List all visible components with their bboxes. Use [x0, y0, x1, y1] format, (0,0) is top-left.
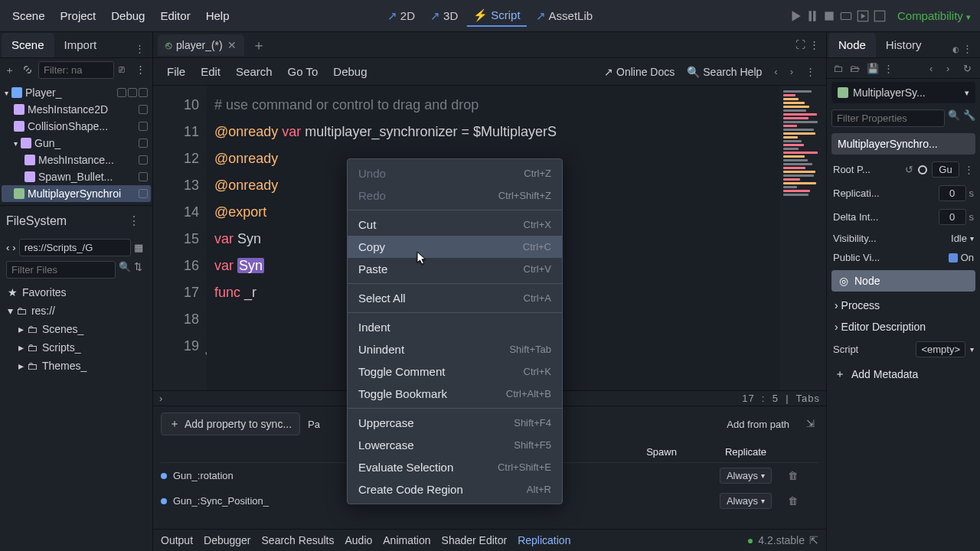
ctx-lowercase[interactable]: LowercaseShift+F5: [348, 434, 562, 456]
more-icon[interactable]: ⋮: [884, 63, 894, 73]
bottom-tab-output[interactable]: Output: [161, 534, 193, 546]
property-root-path[interactable]: Root P... ↺ Gu ⋮: [827, 158, 980, 181]
ctx-cut[interactable]: CutCtrl+X: [348, 214, 562, 236]
filter-extra-icon[interactable]: ⎚: [119, 64, 131, 76]
search-help-button[interactable]: 🔍Search Help: [682, 63, 766, 81]
inspector-section[interactable]: › Process: [827, 295, 980, 316]
fs-item[interactable]: ▸ 🗀Themes_: [5, 357, 148, 375]
sort-icon[interactable]: ⇅: [134, 261, 146, 273]
ctx-uppercase[interactable]: UppercaseShift+F4: [348, 412, 562, 434]
replicate-select[interactable]: Always ▾: [720, 468, 772, 484]
bottom-tab-search-results[interactable]: Search Results: [262, 534, 335, 546]
ctx-create-code-region[interactable]: Create Code RegionAlt+R: [348, 478, 562, 500]
menu-scene[interactable]: Scene: [5, 5, 53, 27]
node-buttons[interactable]: [139, 105, 148, 114]
node-buttons[interactable]: [139, 139, 148, 148]
scene-filter-input[interactable]: [38, 61, 114, 79]
node-buttons[interactable]: [117, 88, 148, 97]
add-node-icon[interactable]: ＋: [5, 64, 17, 76]
history-back-icon[interactable]: ‹: [769, 66, 782, 77]
script-list-icon[interactable]: ⋮: [801, 66, 820, 77]
tree-node[interactable]: CollisionShape...: [2, 118, 151, 135]
bottom-tab-shader-editor[interactable]: Shader Editor: [442, 534, 508, 546]
property-script[interactable]: Script <empty> ▾: [827, 337, 980, 361]
ctx-select-all[interactable]: Select AllCtrl+A: [348, 287, 562, 309]
script-menu-go-to[interactable]: Go To: [280, 60, 326, 83]
close-icon[interactable]: ✕: [227, 39, 237, 51]
menu-project[interactable]: Project: [53, 5, 104, 27]
add-from-path-button[interactable]: Add from path: [727, 419, 789, 430]
add-metadata-button[interactable]: ＋ Add Metadata: [827, 361, 980, 387]
ctx-indent[interactable]: Indent: [348, 316, 562, 338]
history-fwd-icon[interactable]: ›: [786, 66, 798, 77]
checkbox-icon[interactable]: [949, 253, 958, 262]
menu-editor[interactable]: Editor: [152, 5, 198, 27]
script-menu-debug[interactable]: Debug: [325, 60, 374, 83]
mode-2d[interactable]: ↗2D: [381, 5, 421, 27]
ctx-toggle-comment[interactable]: Toggle CommentCtrl+K: [348, 360, 562, 383]
filter-properties-input[interactable]: [831, 109, 945, 127]
expand-icon[interactable]: ▾: [5, 89, 8, 97]
play-icon[interactable]: [789, 9, 802, 23]
tool-icon[interactable]: 🔧: [963, 109, 975, 122]
menu-debug[interactable]: Debug: [103, 5, 152, 27]
tree-node[interactable]: Spawn_Bullet...: [2, 168, 151, 185]
mode-3d[interactable]: ↗3D: [424, 5, 464, 27]
play-scene-icon[interactable]: [856, 9, 870, 23]
ctx-evaluate-selection[interactable]: Evaluate SelectionCtrl+Shift+E: [348, 456, 562, 478]
stop-icon[interactable]: [822, 9, 836, 23]
node-buttons[interactable]: [139, 172, 148, 181]
node-buttons[interactable]: [139, 155, 148, 165]
inspector-tab-history[interactable]: History: [876, 33, 932, 57]
menu-help[interactable]: Help: [198, 5, 237, 27]
minimap[interactable]: [780, 86, 826, 390]
pause-icon[interactable]: [805, 9, 819, 23]
fs-item[interactable]: ▸ 🗀Scripts_: [5, 338, 148, 357]
back-icon[interactable]: ‹: [929, 63, 940, 73]
dot-menu-icon[interactable]: ⋮: [964, 164, 974, 175]
revert-icon[interactable]: ↺: [905, 164, 913, 175]
ctx-toggle-bookmark[interactable]: Toggle BookmarkCtrl+Alt+B: [348, 383, 562, 405]
expand-icon[interactable]: ▾: [14, 139, 18, 148]
inspector-class-header[interactable]: MultiplayerSynchro...: [831, 133, 975, 155]
new-tab-button[interactable]: ＋: [246, 33, 272, 57]
add-property-button[interactable]: ＋Add property to sync...: [161, 412, 300, 435]
nav-fwd-icon[interactable]: ›: [12, 242, 15, 253]
bottom-tab-replication[interactable]: Replication: [518, 534, 570, 546]
expand-panel-icon[interactable]: ⇱: [809, 534, 818, 546]
node-section-band[interactable]: ◎ Node: [831, 270, 975, 292]
property-row[interactable]: Delta Int...0 s: [827, 205, 980, 229]
tree-node[interactable]: ▾Gun_: [2, 135, 151, 152]
tree-node[interactable]: ▾Player_: [2, 84, 151, 101]
fs-item[interactable]: ★Favorites: [5, 283, 148, 302]
script-tab[interactable]: ⎋ player_(*) ✕: [158, 34, 244, 56]
scene-more-icon[interactable]: ⋮: [136, 64, 148, 76]
fs-item[interactable]: ▸ 🗀Scenes_: [5, 320, 148, 338]
panel-more-icon[interactable]: ⋮: [809, 39, 822, 51]
delete-icon[interactable]: 🗑: [788, 495, 798, 507]
distraction-free-icon[interactable]: ⛶: [795, 39, 808, 51]
nav-back-icon[interactable]: ‹: [6, 242, 9, 253]
filesystem-more-icon[interactable]: ⋮: [122, 210, 146, 231]
link-icon[interactable]: [21, 64, 34, 76]
filesystem-path-input[interactable]: [19, 239, 131, 256]
search-icon[interactable]: 🔍: [119, 261, 131, 273]
bottom-tab-animation[interactable]: Animation: [383, 534, 430, 546]
load-icon[interactable]: 🗁: [850, 63, 861, 73]
view-grid-icon[interactable]: ▦: [134, 242, 146, 254]
tab-scene[interactable]: Scene: [2, 33, 54, 57]
history-icon[interactable]: ↻: [963, 63, 974, 73]
mode-script[interactable]: ⚡Script: [467, 5, 526, 27]
ctx-unindent[interactable]: UnindentShift+Tab: [348, 338, 562, 360]
root-path-value[interactable]: Gu: [932, 161, 959, 178]
play-custom-icon[interactable]: [873, 9, 887, 23]
mode-assetlib[interactable]: ↗AssetLib: [530, 5, 599, 27]
delete-icon[interactable]: 🗑: [788, 470, 798, 481]
bottom-tab-audio[interactable]: Audio: [345, 534, 372, 546]
script-value[interactable]: <empty>: [916, 341, 965, 357]
tree-node[interactable]: MeshInstance...: [2, 152, 151, 168]
chevron-down-icon[interactable]: ▾: [965, 88, 969, 98]
property-row[interactable]: Visibility...Idle ▾: [827, 229, 980, 248]
remote-icon[interactable]: [839, 9, 853, 23]
open-icon[interactable]: 🗀: [833, 63, 844, 73]
